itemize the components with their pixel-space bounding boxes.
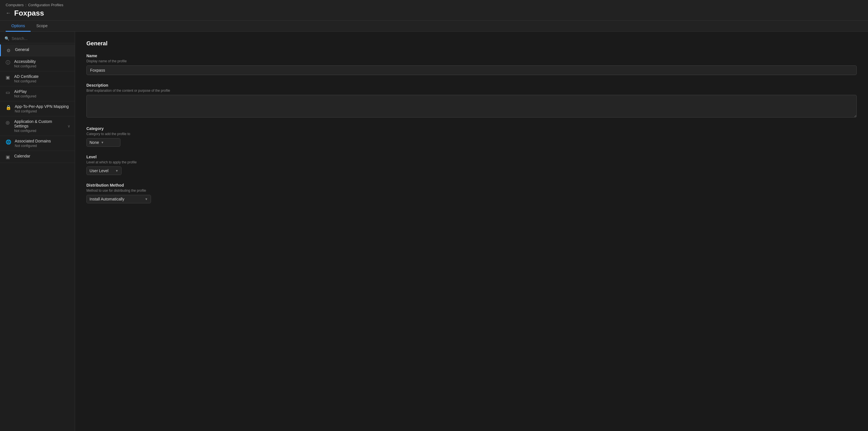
sidebar-item-ad-certificate-label: AD Certificate xyxy=(14,74,38,79)
sidebar-item-general-label: General xyxy=(15,47,29,52)
info-icon: ⓘ xyxy=(6,60,11,66)
form-desc-name: Display name of the profile xyxy=(86,59,857,63)
sidebar-item-associated-domains[interactable]: 🌐 Associated Domains Not configured xyxy=(0,136,75,151)
gear-icon: ⚙ xyxy=(6,48,11,53)
breadcrumb-computers[interactable]: Computers xyxy=(6,3,24,7)
select-arrow-level-icon: ▼ xyxy=(115,169,118,172)
certificate-icon: ▣ xyxy=(6,75,11,80)
main-layout: 🔍 ⚙ General ⓘ Accessibility Not configur… xyxy=(0,32,868,431)
select-arrow-distribution-icon: ▼ xyxy=(145,197,148,201)
sidebar-item-app-custom-label: Application & Custom Settings xyxy=(14,119,67,128)
category-select[interactable]: None xyxy=(90,140,99,145)
form-label-category: Category xyxy=(86,126,857,131)
search-bar: 🔍 xyxy=(0,34,75,43)
sidebar-item-calendar-label: Calendar xyxy=(14,154,30,158)
lock-icon: 🔒 xyxy=(6,105,11,110)
app-custom-icon: ◎ xyxy=(6,120,11,125)
sidebar-item-calendar-left: ▣ Calendar xyxy=(6,154,30,160)
sidebar-item-ad-certificate-left: ▣ AD Certificate Not configured xyxy=(6,74,38,83)
sidebar-item-general-left: ⚙ General xyxy=(6,47,29,53)
form-label-name: Name xyxy=(86,54,857,58)
sidebar-item-app-custom-sub: Not configured xyxy=(14,129,67,133)
chevron-down-icon: ∨ xyxy=(67,124,70,128)
breadcrumb: Computers : Configuration Profiles xyxy=(6,3,862,7)
airplay-icon: ▭ xyxy=(6,90,11,95)
sidebar-item-airplay[interactable]: ▭ AirPlay Not configured xyxy=(0,87,75,101)
select-arrow-icon: ▼ xyxy=(101,141,104,144)
sidebar-item-airplay-left: ▭ AirPlay Not configured xyxy=(6,89,36,98)
sidebar-item-ad-certificate-sub: Not configured xyxy=(14,79,38,83)
page-title: Foxpass xyxy=(14,9,44,18)
back-button[interactable]: ← xyxy=(6,10,11,16)
form-group-category: Category Category to add the profile to … xyxy=(86,126,857,147)
form-label-distribution: Distribution Method xyxy=(86,183,857,188)
sidebar-item-associated-domains-label: Associated Domains xyxy=(15,139,51,143)
tab-scope[interactable]: Scope xyxy=(31,21,53,32)
sidebar: 🔍 ⚙ General ⓘ Accessibility Not configur… xyxy=(0,32,75,431)
sidebar-item-calendar[interactable]: ▣ Calendar xyxy=(0,151,75,163)
sidebar-item-associated-domains-sub: Not configured xyxy=(15,144,51,148)
page-title-row: ← Foxpass xyxy=(6,9,862,18)
breadcrumb-config-profiles[interactable]: Configuration Profiles xyxy=(28,3,63,7)
form-label-description: Description xyxy=(86,83,857,88)
sidebar-item-airplay-sub: Not configured xyxy=(14,94,36,98)
sidebar-item-accessibility[interactable]: ⓘ Accessibility Not configured xyxy=(0,56,75,71)
sidebar-item-ad-certificate[interactable]: ▣ AD Certificate Not configured xyxy=(0,71,75,87)
form-desc-description: Brief explanation of the content or purp… xyxy=(86,89,857,93)
form-desc-category: Category to add the profile to xyxy=(86,132,857,136)
search-icon: 🔍 xyxy=(4,36,9,41)
level-select[interactable]: User Level System Level xyxy=(90,168,114,173)
globe-icon: 🌐 xyxy=(6,139,11,145)
form-group-level: Level Level at which to apply the profil… xyxy=(86,155,857,175)
sidebar-item-app-custom[interactable]: ◎ Application & Custom Settings Not conf… xyxy=(0,117,75,136)
sidebar-item-app-vpn-sub: Not configured xyxy=(15,109,69,113)
sidebar-item-app-custom-left: ◎ Application & Custom Settings Not conf… xyxy=(6,119,67,133)
sidebar-item-accessibility-sub: Not configured xyxy=(14,64,36,68)
category-select-wrapper[interactable]: None ▼ xyxy=(86,138,120,147)
description-textarea[interactable] xyxy=(86,95,857,118)
section-title: General xyxy=(86,40,857,47)
sidebar-item-app-vpn-left: 🔒 App-To-Per-App VPN Mapping Not configu… xyxy=(6,104,69,113)
distribution-select[interactable]: Install Automatically Make Available in … xyxy=(90,197,143,201)
form-group-distribution: Distribution Method Method to use for di… xyxy=(86,183,857,203)
tabs-bar: Options Scope xyxy=(0,21,868,32)
level-select-wrapper[interactable]: User Level System Level ▼ xyxy=(86,167,122,175)
content-area: General Name Display name of the profile… xyxy=(75,32,868,431)
breadcrumb-sep: : xyxy=(26,3,27,7)
sidebar-item-accessibility-left: ⓘ Accessibility Not configured xyxy=(6,59,36,68)
calendar-icon: ▣ xyxy=(6,154,11,160)
topbar: Computers : Configuration Profiles ← Fox… xyxy=(0,0,868,21)
sidebar-item-airplay-label: AirPlay xyxy=(14,89,36,94)
name-input[interactable] xyxy=(86,65,857,75)
form-label-level: Level xyxy=(86,155,857,159)
form-group-name: Name Display name of the profile xyxy=(86,54,857,75)
form-group-description: Description Brief explanation of the con… xyxy=(86,83,857,119)
sidebar-item-general[interactable]: ⚙ General xyxy=(0,44,75,56)
form-desc-distribution: Method to use for distributing the profi… xyxy=(86,189,857,193)
search-input[interactable] xyxy=(11,36,70,41)
form-desc-level: Level at which to apply the profile xyxy=(86,160,857,164)
distribution-select-wrapper[interactable]: Install Automatically Make Available in … xyxy=(86,195,151,203)
tab-options[interactable]: Options xyxy=(6,21,31,32)
sidebar-item-accessibility-label: Accessibility xyxy=(14,59,36,64)
sidebar-item-app-vpn[interactable]: 🔒 App-To-Per-App VPN Mapping Not configu… xyxy=(0,101,75,117)
sidebar-item-app-vpn-label: App-To-Per-App VPN Mapping xyxy=(15,104,69,109)
sidebar-item-associated-domains-left: 🌐 Associated Domains Not configured xyxy=(6,139,51,148)
